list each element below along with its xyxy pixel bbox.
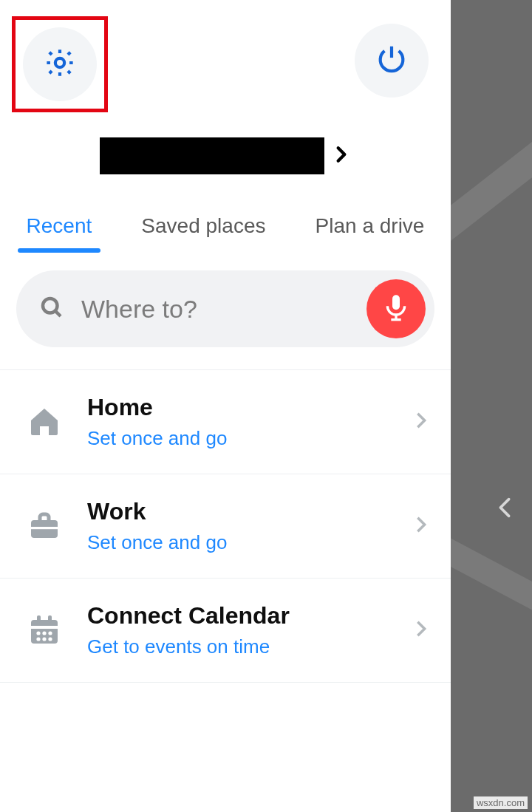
chevron-right-icon — [411, 410, 432, 434]
power-icon — [375, 42, 409, 79]
chevron-right-icon — [332, 145, 351, 167]
svg-rect-25 — [48, 615, 52, 623]
svg-point-23 — [48, 637, 52, 641]
microphone-icon — [381, 293, 411, 325]
search-icon — [38, 294, 65, 324]
list-item-work[interactable]: Work Set once and go — [0, 474, 451, 579]
list-item-text: Home Set once and go — [87, 394, 411, 450]
voice-search-button[interactable] — [366, 279, 426, 338]
list-item-title: Work — [87, 498, 411, 525]
list-item-calendar[interactable]: Connect Calendar Get to events on time — [0, 579, 451, 683]
list-item-subtitle: Set once and go — [87, 531, 411, 554]
search-row: Where to? — [0, 251, 451, 347]
tabs: Recent Saved places Plan a drive — [0, 214, 451, 251]
watermark: wsxdn.com — [474, 796, 528, 809]
list-item-text: Connect Calendar Get to events on time — [87, 602, 411, 658]
svg-point-19 — [42, 631, 46, 635]
chevron-right-icon — [411, 514, 432, 538]
list-item-subtitle: Get to events on time — [87, 635, 411, 658]
svg-point-8 — [43, 298, 58, 313]
svg-rect-24 — [37, 615, 41, 623]
calendar-icon — [22, 613, 66, 648]
tab-recent[interactable]: Recent — [22, 214, 97, 251]
menu-panel: Recent Saved places Plan a drive Where t… — [0, 0, 451, 812]
username-redacted — [100, 137, 324, 174]
svg-point-22 — [42, 637, 46, 641]
tab-plan-a-drive[interactable]: Plan a drive — [311, 214, 429, 251]
briefcase-icon — [22, 508, 66, 544]
svg-point-21 — [36, 637, 40, 641]
home-icon — [22, 404, 66, 440]
collapse-chevron[interactable] — [492, 495, 517, 523]
svg-line-9 — [55, 311, 61, 316]
power-button[interactable] — [355, 24, 429, 98]
gear-icon — [43, 46, 77, 83]
chevron-left-icon — [492, 510, 517, 522]
svg-point-18 — [36, 631, 40, 635]
list-item-text: Work Set once and go — [87, 498, 411, 554]
list-item-title: Connect Calendar — [87, 602, 411, 630]
list-item-home[interactable]: Home Set once and go — [0, 369, 451, 474]
chevron-right-icon — [411, 618, 432, 642]
search-placeholder: Where to? — [81, 295, 366, 324]
svg-rect-14 — [31, 527, 58, 529]
header-row — [0, 0, 451, 112]
list-item-subtitle: Set once and go — [87, 427, 411, 450]
tab-saved-places[interactable]: Saved places — [137, 214, 270, 251]
search-input[interactable]: Where to? — [16, 270, 434, 347]
svg-point-20 — [48, 631, 52, 635]
settings-highlight — [12, 16, 108, 112]
svg-rect-10 — [392, 295, 400, 310]
favorites-list: Home Set once and go Work Set once and g… — [0, 369, 451, 683]
map-background[interactable]: wsxdn.com — [451, 0, 532, 812]
svg-point-0 — [55, 58, 64, 67]
list-item-title: Home — [87, 394, 411, 421]
username-button[interactable] — [0, 137, 451, 174]
settings-button[interactable] — [23, 27, 97, 101]
